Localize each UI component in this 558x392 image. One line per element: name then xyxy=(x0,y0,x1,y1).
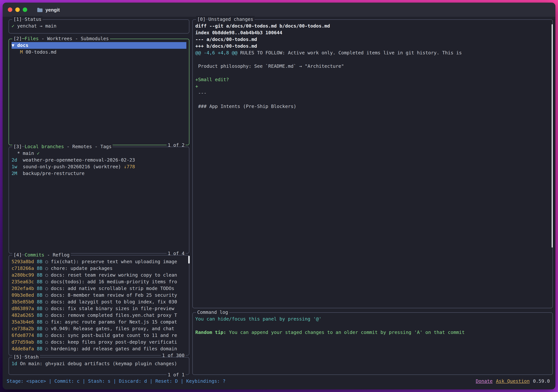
command-log-blank xyxy=(195,322,550,329)
commits-panel-tabs: Commits - Reflog xyxy=(25,252,70,258)
tab-files[interactable]: Files xyxy=(25,36,39,41)
window-titlebar[interactable]: yengit xyxy=(3,3,555,17)
diff-line-context[interactable]: Product philosophy: See `README.md` → "A… xyxy=(195,63,550,70)
diff-line-header[interactable]: +++ b/docs/00-todos.md xyxy=(195,43,550,50)
branch-row[interactable]: 2d weather-pre-openmeteo-removal-2026-02… xyxy=(12,157,186,163)
stash-panel-title: [5]─Stash xyxy=(12,354,40,360)
commit-row[interactable]: 482a6265 8B ○ docs: remove completed fil… xyxy=(12,312,186,319)
files-panel-title: [2]─Files - Worktrees - Submodules xyxy=(12,35,110,42)
command-log-title: Command log xyxy=(196,309,229,316)
commit-row[interactable]: c718266a 8B ○ chore: update packages xyxy=(12,265,186,272)
window-title-group: yengit xyxy=(37,7,60,12)
tab-tags[interactable]: Tags xyxy=(100,144,112,149)
status-panel[interactable]: [1]─Status ✓ yenchat → main xyxy=(9,19,189,33)
commit-row[interactable]: 235ea63c 8B ○ docs(todos): add 16 medium… xyxy=(12,278,186,285)
commit-row[interactable]: d77d59ab 8B ○ docs: keep files proxy pos… xyxy=(12,339,186,345)
commit-row[interactable]: ce738a2b 8B ○ v0.949: Release gates, fil… xyxy=(12,325,186,332)
diff-line-context[interactable]: --- xyxy=(195,90,550,96)
commit-row[interactable]: 09b3e8ed 8B ○ docs: 8-member team review… xyxy=(12,292,186,299)
bottom-bar: Stage: <space> | Commit: c | Stash: s | … xyxy=(7,378,550,384)
donate-link[interactable]: Donate xyxy=(476,378,493,384)
diff-line-blank[interactable] xyxy=(195,56,550,63)
unstaged-scrollbar[interactable] xyxy=(552,24,553,248)
status-line[interactable]: ✓ yenchat → main xyxy=(12,23,186,29)
tab-submodules[interactable]: Submodules xyxy=(81,36,109,41)
tab-worktrees[interactable]: Worktrees xyxy=(47,36,72,41)
commit-row[interactable]: 4dde8afa 8B ○ hardening: add release gat… xyxy=(12,345,186,352)
command-log-panel[interactable]: Command log You can hide/focus this pane… xyxy=(192,312,553,375)
branches-panel-tabs: Local branches - Remotes - Tags xyxy=(25,144,112,149)
diff-line-blank[interactable] xyxy=(195,96,550,103)
unstaged-changes-panel[interactable]: [0]─Unstaged changes diff --git a/docs/0… xyxy=(192,19,553,308)
desktop-background: yengit ... [1]─Status ✓ yenchat → main [… xyxy=(0,0,558,392)
commits-panel[interactable]: [4]─Commits - Reflog 5293a8bd 8B ○ fix(c… xyxy=(9,255,189,356)
command-log-info: You can hide/focus this panel by pressin… xyxy=(195,316,550,322)
unstaged-panel-title: [0]─Unstaged changes xyxy=(196,16,254,23)
tab-reflog[interactable]: Reflog xyxy=(53,252,70,258)
diff-line-blank[interactable] xyxy=(195,70,550,76)
branches-panel-title: [3]─Local branches - Remotes - Tags xyxy=(12,143,113,150)
command-log-tip: Random tip: You can append your staged c… xyxy=(195,329,550,336)
branches-panel[interactable]: [3]─Local branches - Remotes - Tags * ma… xyxy=(9,147,189,253)
diff-line-add[interactable]: +Small edit? xyxy=(195,76,550,83)
close-window-button[interactable] xyxy=(8,8,12,12)
screenshot-root: yengit ... [1]─Status ✓ yenchat → main [… xyxy=(0,0,558,392)
diff-line-header[interactable]: --- a/docs/00-todos.md xyxy=(195,36,550,43)
diff-line-add[interactable]: + xyxy=(195,83,550,90)
window-title: yengit xyxy=(45,7,60,12)
tab-remotes[interactable]: Remotes xyxy=(72,144,92,149)
commit-row[interactable]: 3b5e85b0 8B ○ docs: add lazygit post to … xyxy=(12,299,186,305)
commit-row[interactable]: 6fde8774 8B ○ docs: sync post-build gate… xyxy=(12,332,186,339)
folder-icon xyxy=(37,7,43,12)
diff-line-header[interactable]: index 0b8dde98..0ab4b4b3 100644 xyxy=(195,29,550,36)
lazygit-ui: ... [1]─Status ✓ yenchat → main [2]─File… xyxy=(3,17,555,389)
files-panel[interactable]: [2]─Files - Worktrees - Submodules ▼ doc… xyxy=(9,39,189,145)
diff-line-header[interactable]: diff --git a/docs/00-todos.md b/docs/00-… xyxy=(195,23,550,29)
version-label: 0.59.0 xyxy=(533,378,550,384)
diff-line-hunk[interactable]: @@ -4,6 +4,8 @@ RULES TO FOLLOW: Active … xyxy=(195,50,550,56)
diff-line-context[interactable]: ### App Intents (Pre-Ship Blockers) xyxy=(195,103,550,110)
branch-row[interactable]: 1w sound-only-push-20260216 (worktree) ↓… xyxy=(12,163,186,170)
stash-row[interactable]: 1d On main: gh+yazi debug artifacts (key… xyxy=(12,360,186,367)
commit-row[interactable]: 35a3b4e6 8B ○ fix: async route params fo… xyxy=(12,319,186,325)
traffic-lights xyxy=(8,8,27,12)
stash-panel[interactable]: [5]─Stash 1d On main: gh+yazi debug arti… xyxy=(9,357,189,375)
commits-panel-title: [4]─Commits - Reflog xyxy=(12,252,71,258)
commit-row[interactable]: 5293a8bd 8B ○ fix(chat): preserve text w… xyxy=(12,258,186,265)
commit-row[interactable]: d863897a 8B ○ docs: fix stale binary siz… xyxy=(12,305,186,312)
tab-commits[interactable]: Commits xyxy=(25,252,44,258)
commit-row[interactable]: a280bc99 8B ○ docs: reset team review wo… xyxy=(12,272,186,278)
keybindings-hint: Stage: <space> | Commit: c | Stash: s | … xyxy=(7,378,226,384)
commit-row[interactable]: 202efa4b 8B ○ docs: add native scrollabl… xyxy=(12,285,186,292)
files-panel-tabs: Files - Worktrees - Submodules xyxy=(25,36,109,41)
branch-row[interactable]: * main ✓ xyxy=(12,150,186,157)
file-row[interactable]: ▼ docs xyxy=(12,42,186,49)
minimize-window-button[interactable] xyxy=(15,8,20,12)
file-row[interactable]: M 00-todos.md xyxy=(12,49,186,56)
commits-scrollbar[interactable] xyxy=(188,256,190,264)
tab-local-branches[interactable]: Local branches xyxy=(25,144,64,149)
ask-question-link[interactable]: Ask Question xyxy=(496,378,530,384)
branch-row[interactable]: 2M backup/pre-restructure xyxy=(12,170,186,177)
stash-count: 1 of 1 xyxy=(167,372,186,378)
zoom-window-button[interactable] xyxy=(23,8,27,12)
status-panel-title: [1]─Status xyxy=(12,16,43,23)
terminal-window: yengit ... [1]─Status ✓ yenchat → main [… xyxy=(3,3,555,389)
